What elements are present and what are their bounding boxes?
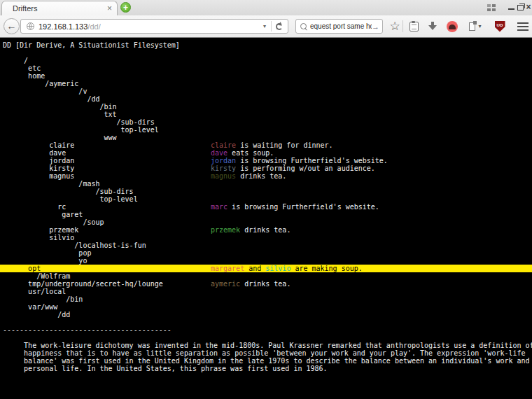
user-name: claire bbox=[211, 141, 236, 149]
tree-line: davedave eats soup. bbox=[0, 149, 532, 157]
minimize-icon bbox=[508, 8, 514, 10]
user-name: magnus bbox=[211, 172, 236, 180]
tab-bar: Drifters × + × bbox=[0, 0, 532, 15]
tab-title: Drifters bbox=[13, 4, 37, 13]
search-value[interactable]: equest port same host bbox=[310, 22, 372, 30]
tree-line: /dd bbox=[0, 95, 532, 103]
status-message: marc is browsing Furtherfield's website. bbox=[211, 203, 379, 211]
search-input[interactable]: equest port same host → bbox=[295, 19, 383, 34]
blank-line bbox=[0, 318, 532, 326]
tree-path: rc bbox=[3, 203, 66, 211]
message-text: is browsing Furtherfield's website. bbox=[227, 203, 379, 211]
search-icon bbox=[300, 23, 307, 29]
tree-path: silvio bbox=[3, 234, 74, 241]
tree-path: jordan bbox=[3, 157, 74, 164]
tree-path: /mash bbox=[3, 180, 99, 188]
tab-groups-icon[interactable] bbox=[487, 4, 496, 12]
tree-line: var/www bbox=[0, 303, 532, 311]
tree-path: /sub-dirs bbox=[3, 188, 134, 195]
tab-close-icon[interactable]: × bbox=[107, 4, 112, 13]
tree-line: kirstykirsty is performing w/out an audi… bbox=[0, 164, 532, 172]
url-bar[interactable]: 192.168.1.133/dd/ ▾ bbox=[20, 19, 288, 34]
status-message: margaret and silvio are making soup. bbox=[211, 265, 363, 272]
tree-line: / bbox=[0, 57, 532, 64]
tree-line: claireclaire is waiting for dinner. bbox=[0, 141, 532, 149]
tree-line: /v bbox=[0, 88, 532, 95]
clipboard-icon bbox=[410, 22, 419, 31]
tree-line: /localhost-is-fun bbox=[0, 241, 532, 249]
tree-line: home bbox=[0, 72, 532, 80]
message-text: is browsing Furtherfield's website. bbox=[236, 157, 388, 164]
tree-line: www bbox=[0, 134, 532, 141]
tree-path: usr/local bbox=[3, 288, 66, 295]
tree-line: silvio bbox=[0, 234, 532, 241]
new-tab-button[interactable]: + bbox=[120, 2, 131, 13]
paragraph-line: balance' was first used in the United Ki… bbox=[0, 357, 532, 365]
message-text: drinks tea. bbox=[240, 226, 290, 234]
page-content: DD [Dir Derive, A Situationist Filesyste… bbox=[0, 38, 532, 399]
tree-path: /bin bbox=[3, 295, 83, 303]
message-text: is waiting for dinner. bbox=[236, 141, 332, 149]
tree-path: yo bbox=[3, 257, 87, 265]
tree-line: /aymeric bbox=[0, 80, 532, 88]
tree-line: usr/local bbox=[0, 288, 532, 295]
user-name: aymeric bbox=[211, 280, 240, 288]
tree-path: /bin bbox=[3, 103, 117, 111]
tree-path: etc bbox=[3, 64, 41, 72]
page-icon bbox=[469, 22, 475, 31]
status-message: jordan is browsing Furtherfield's websit… bbox=[211, 157, 388, 164]
message-text: drinks tea. bbox=[240, 280, 290, 288]
tree-line-highlighted: optmargaret and silvio are making soup. bbox=[0, 265, 532, 272]
tree-line: /mash bbox=[0, 180, 532, 188]
browser-chrome: Drifters × + × ← 192.168.1.133/dd/ ▾ equ… bbox=[0, 0, 532, 38]
tree-line: yo bbox=[0, 257, 532, 265]
ublock-shield-button[interactable]: UO bbox=[492, 15, 507, 37]
url-path: /dd/ bbox=[88, 22, 100, 31]
tree-path: www bbox=[3, 134, 117, 141]
url-text: 192.168.1.133/dd/ bbox=[38, 22, 101, 31]
tab-drifters[interactable]: Drifters × bbox=[1, 1, 118, 15]
star-icon: ☆ bbox=[389, 20, 400, 32]
status-message: magnus drinks tea. bbox=[211, 172, 286, 180]
reload-icon[interactable] bbox=[276, 23, 283, 30]
bookmarks-menu-button[interactable] bbox=[407, 15, 421, 37]
bookmark-star-button[interactable]: ☆ bbox=[388, 15, 402, 37]
tree-path: /dd bbox=[3, 95, 99, 103]
hamburger-icon bbox=[517, 22, 528, 31]
tree-line: txt bbox=[0, 111, 532, 118]
tree-line: jordanjordan is browsing Furtherfield's … bbox=[0, 157, 532, 164]
paragraph-line: personal life. In the United States, thi… bbox=[0, 365, 532, 372]
window-close-button[interactable]: × bbox=[524, 2, 532, 12]
tree-path: home bbox=[3, 72, 45, 80]
search-go-icon[interactable]: → bbox=[372, 22, 379, 31]
tree-line: /bin bbox=[0, 103, 532, 111]
shield-icon: UO bbox=[495, 21, 505, 32]
tree-path: /Wolfram bbox=[3, 272, 70, 280]
restore-icon bbox=[517, 5, 524, 10]
user-name: silvio bbox=[265, 265, 290, 272]
status-message: kirsty is performing w/out an audience. bbox=[211, 164, 375, 172]
tree-path: magnus bbox=[3, 172, 74, 180]
message-text: is performing w/out an audience. bbox=[236, 164, 375, 172]
tree-line: /sub-dirs bbox=[0, 188, 532, 195]
back-button[interactable]: ← bbox=[4, 18, 20, 34]
blank-line bbox=[0, 49, 532, 57]
tree-line: tmp/underground/secret-hq/loungeaymeric … bbox=[0, 280, 532, 288]
page-actions-button[interactable]: ▾ bbox=[465, 15, 486, 37]
badger-icon bbox=[447, 21, 458, 32]
downloads-button[interactable] bbox=[426, 15, 440, 37]
tree-path: przemek bbox=[3, 226, 78, 234]
paragraph-line: The work-leisure dichotomy was invented … bbox=[0, 342, 532, 349]
message-text: and bbox=[244, 265, 265, 272]
menu-button[interactable] bbox=[515, 15, 531, 37]
user-name: kirsty bbox=[211, 164, 236, 172]
addon-badger-button[interactable] bbox=[444, 15, 460, 37]
tree-line: etc bbox=[0, 64, 532, 72]
site-globe-icon bbox=[27, 22, 34, 30]
toolbar-icons: ☆ ▾ UO bbox=[384, 15, 532, 37]
chevron-down-icon: ▾ bbox=[478, 23, 481, 29]
url-dropdown-icon[interactable]: ▾ bbox=[260, 23, 269, 29]
filesystem-tree: / etc home /aymeric /v /dd /bin txt /sub… bbox=[0, 57, 532, 318]
status-message: dave eats soup. bbox=[211, 149, 274, 157]
tree-line: /sub-dirs bbox=[0, 118, 532, 126]
